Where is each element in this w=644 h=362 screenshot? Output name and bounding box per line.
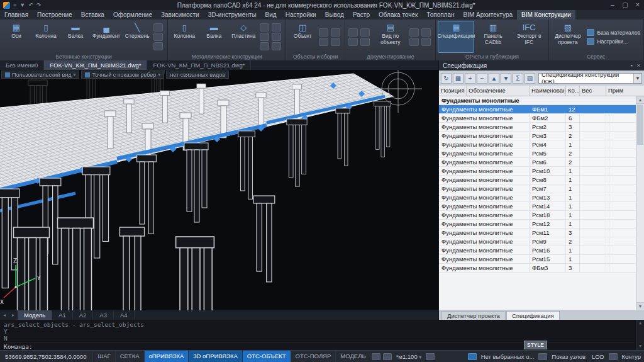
menu-item[interactable]: Облака точек	[374, 10, 422, 20]
ribbon-small-button[interactable]	[319, 38, 328, 46]
ribbon-small-button[interactable]	[260, 42, 269, 50]
Фундаменты монолитные[interactable]: Фундаменты монолитные ФБм2 6	[439, 114, 636, 123]
menu-item[interactable]: Вывод	[321, 10, 348, 20]
ribbon-small-button[interactable]	[331, 38, 340, 46]
ribbon-small-button[interactable]	[272, 33, 281, 41]
ribbon-small-button[interactable]	[409, 28, 419, 37]
lock-icon[interactable]	[426, 353, 435, 360]
menu-item[interactable]: BIM Архитектура	[459, 10, 517, 20]
nodes-icon[interactable]	[538, 353, 547, 360]
ribbon-button[interactable]: ▯ Колонна	[31, 21, 60, 53]
Фундаменты монолитные[interactable]: Фундаменты монолитные Рсм12 1	[439, 220, 636, 229]
chevron-down-icon[interactable]: ▼	[633, 74, 641, 83]
Фундаменты монолитные[interactable]: Фундаменты монолитные Рсм4 1	[439, 140, 636, 149]
ribbon-small-button[interactable]	[360, 28, 370, 37]
Фундаменты монолитные[interactable]: Фундаменты монолитные Рсм8 1	[439, 176, 636, 184]
pin-icon[interactable]: ▪	[631, 60, 633, 71]
linked-views-indicator[interactable]: нет связанных видов	[166, 71, 229, 79]
export-icon[interactable]: ▤	[525, 73, 535, 84]
ribbon-small-button[interactable]	[421, 38, 431, 46]
ribbon-small-button[interactable]	[348, 38, 358, 46]
refresh-icon[interactable]: ↻	[441, 73, 452, 84]
Фундаменты монолитные[interactable]: Фундаменты монолитные Рсм9 2	[439, 237, 636, 246]
document-tab[interactable]: Без имени0	[0, 60, 44, 70]
ribbon-button[interactable]: ▬ Балка	[61, 21, 90, 53]
column-header[interactable]: Наименование	[530, 86, 566, 96]
document-tab[interactable]: FOK-VN_КМ_ПМ_П_NBS21.dwg*	[147, 60, 251, 70]
ribbon-button[interactable]: ◇ Пластина	[229, 21, 258, 53]
ribbon-button[interactable]: ▥ Панель CADlib	[475, 21, 511, 53]
status-toggle[interactable]: ОТС-ПОЛЯР	[291, 351, 336, 362]
ribbon-small-button[interactable]	[331, 28, 340, 37]
panel-tab[interactable]: Спецификация	[506, 311, 560, 320]
sum-icon[interactable]: Σ	[513, 73, 523, 84]
status-toggle[interactable]: МОДЕЛЬ	[335, 351, 370, 362]
column-header[interactable]: Вес	[580, 86, 606, 96]
Фундаменты монолитные[interactable]: Фундаменты монолитные ФБм1 12	[439, 105, 636, 114]
ribbon-small-button[interactable]	[348, 28, 358, 37]
ribbon-small-button[interactable]	[260, 23, 269, 31]
menu-item[interactable]: Вид	[261, 10, 281, 20]
redo-icon[interactable]: ↷	[36, 0, 42, 10]
contour-icon[interactable]	[609, 353, 618, 360]
menu-item[interactable]: Растр	[348, 10, 374, 20]
ribbon-small-button[interactable]	[421, 28, 431, 37]
menu-item[interactable]: Топоплан	[422, 10, 458, 20]
status-toggle[interactable]: СЕТКА	[115, 351, 144, 362]
annotation-scale[interactable]: *м1:100 ▾	[393, 353, 425, 360]
show-nodes-toggle[interactable]: Показ узлов	[548, 353, 589, 360]
ribbon-small-button[interactable]	[272, 42, 281, 50]
column-header[interactable]: Прим	[606, 86, 644, 96]
table-icon[interactable]: ▦	[453, 73, 464, 84]
view-name-dropdown[interactable]: Пользовательский вид▾	[1, 71, 79, 79]
Фундаменты монолитные[interactable]: Фундаменты монолитные Рсм5 2	[439, 149, 636, 158]
minimize-button[interactable]: –	[606, 0, 619, 10]
ribbon-button[interactable]: ▯ Колонна	[170, 21, 199, 53]
save-icon[interactable]: ▼	[19, 0, 25, 10]
ribbon-button[interactable]: ▧ Диспетчер проекта	[551, 21, 586, 53]
status-toggle[interactable]: 3D оПРИВЯЗКА	[188, 351, 242, 362]
ribbon-button[interactable]: ◫ Объект	[288, 21, 317, 53]
Фундаменты монолитные[interactable]: Фундаменты монолитные ФБм3 3	[439, 264, 636, 273]
menu-item[interactable]: Зависимости	[157, 10, 204, 20]
Фундаменты монолитные[interactable]: Фундаменты монолитные Рсм3 2	[439, 132, 636, 140]
document-tab[interactable]: FOK-VN_КЖ_ПМ_NBIMS21.dwg*	[44, 60, 147, 70]
column-header[interactable]: Ко...	[566, 86, 580, 96]
ribbon-button[interactable]: ▦ Спецификации	[438, 21, 474, 53]
Фундаменты монолитные[interactable]: Фундаменты монолитные Рсм10 1	[439, 167, 636, 176]
ribbon-small-button[interactable]	[360, 38, 370, 46]
visual-style-dropdown[interactable]: Точный с показом ребер▾	[81, 71, 164, 79]
ribbon-small-button[interactable]	[260, 33, 269, 41]
ribbon-small-labeled-button[interactable]: Настройки...	[587, 38, 640, 45]
close-icon[interactable]: ×	[637, 60, 640, 71]
move-down-icon[interactable]: ▼	[501, 73, 511, 84]
Фундаменты монолитные[interactable]: Фундаменты монолитные Рсм11 3	[439, 229, 636, 237]
ribbon-button[interactable]: IFC Экспорт в IFC	[512, 21, 547, 53]
status-toggle[interactable]: ОТС-ОБЪЕКТ	[242, 351, 291, 362]
sheet-icon[interactable]	[383, 353, 392, 360]
scrollbar-thumb[interactable]	[637, 105, 643, 145]
layout-tabs-next-icon[interactable]: ▸	[9, 310, 18, 320]
undo-icon[interactable]: ↶	[28, 0, 33, 10]
menu-icon[interactable]: ≡	[13, 0, 16, 10]
Фундаменты монолитные[interactable]: Фундаменты монолитные Рсм14 1	[439, 202, 636, 211]
ribbon-button[interactable]: ▬ Балка	[199, 21, 228, 53]
maximize-button[interactable]: ▢	[619, 0, 631, 10]
ribbon-small-button[interactable]	[153, 23, 163, 31]
selection-icon[interactable]	[468, 353, 477, 360]
command-scrollbar[interactable]: ▲ ▼	[636, 320, 644, 350]
scroll-up-icon[interactable]: ▲	[636, 96, 644, 104]
ribbon-button[interactable]: ▄ Фундамент	[91, 21, 122, 53]
layout-tabs-prev-icon[interactable]: ◂	[0, 310, 9, 320]
scroll-down-icon[interactable]: ▼	[636, 302, 644, 310]
viewport-3d-model[interactable]: Z Y X	[0, 70, 438, 310]
scroll-up-icon[interactable]: ▲	[636, 320, 644, 327]
column-header[interactable]: Позиция	[439, 86, 467, 96]
table-scrollbar[interactable]: ▲ ▼	[636, 96, 644, 310]
menu-item[interactable]: 3D-инструменты	[204, 10, 261, 20]
menu-item[interactable]: Построение	[33, 10, 77, 20]
move-up-icon[interactable]: ▲	[489, 73, 499, 84]
table-group-row[interactable]: Фундаменты монолитные	[439, 96, 636, 105]
close-button[interactable]: ×	[631, 0, 644, 10]
Фундаменты монолитные[interactable]: Фундаменты монолитные Рсм2 3	[439, 123, 636, 132]
